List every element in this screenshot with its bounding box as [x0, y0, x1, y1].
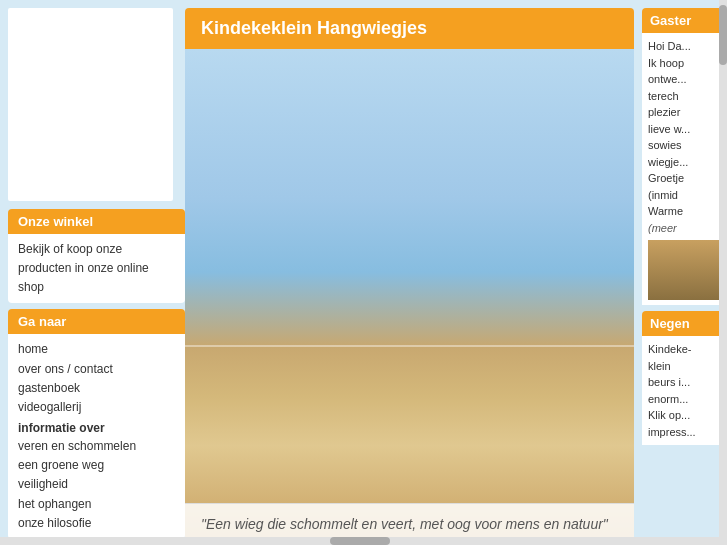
nieuws-text: Kindeke-kleinbeurs i...enorm...Klik op..… — [648, 343, 696, 438]
info-link-hilosofie[interactable]: onze hilosofie — [18, 514, 175, 533]
info-link-groene[interactable]: een groene weg — [18, 456, 175, 475]
guestbook-more-link[interactable]: (meer — [648, 222, 677, 234]
info-link-ophangen[interactable]: het ophangen — [18, 495, 175, 514]
nav-box-content: home over ons / contact gastenboek video… — [8, 334, 185, 539]
nav-link-over-ons[interactable]: over ons / contact — [18, 360, 175, 379]
nav-link-home[interactable]: home — [18, 340, 175, 359]
shop-link[interactable]: Bekijk of koop onze producten in onze on… — [18, 240, 175, 298]
nav-box-title: Ga naar — [8, 309, 185, 334]
page-wrapper: Onze winkel Bekijk of koop onze producte… — [0, 0, 727, 545]
horizontal-scrollbar[interactable] — [0, 537, 719, 545]
scrollbar-thumb-vertical[interactable] — [719, 5, 727, 65]
shop-box-title: Onze winkel — [8, 209, 185, 234]
info-section-title: informatie over — [18, 421, 175, 435]
guestbook-box: Gaster Hoi Da...Ik hoopontwe...terechple… — [642, 8, 727, 305]
guestbook-box-content: Hoi Da...Ik hoopontwe...terechplezierlie… — [642, 33, 727, 305]
beach-image — [185, 49, 634, 545]
scrollbar-thumb-horizontal[interactable] — [330, 537, 390, 545]
guestbook-text: Hoi Da...Ik hoopontwe...terechplezierlie… — [648, 40, 691, 168]
right-sidebar: Gaster Hoi Da...Ik hoopontwe...terechple… — [642, 0, 727, 545]
nieuws-box-content: Kindeke-kleinbeurs i...enorm...Klik op..… — [642, 336, 727, 445]
main-header: Kindekeklein Hangwiegjes — [185, 8, 634, 49]
vertical-scrollbar[interactable] — [719, 0, 727, 545]
guestbook-greeting: Groetje(inmidWarme — [648, 172, 684, 217]
left-sidebar: Onze winkel Bekijk of koop onze producte… — [0, 0, 185, 545]
main-content: Kindekeklein Hangwiegjes "Een wieg die s… — [185, 0, 642, 545]
nav-link-videogallerij[interactable]: videogallerij — [18, 398, 175, 417]
nieuws-box-title: Negen — [642, 311, 727, 336]
logo-area — [8, 8, 173, 201]
shop-box-content: Bekijk of koop onze producten in onze on… — [8, 234, 185, 304]
quote-text: "Een wieg die schommelt en veert, met oo… — [201, 514, 618, 535]
guestbook-box-title: Gaster — [642, 8, 727, 33]
guestbook-image — [648, 240, 721, 300]
nav-box: Ga naar home over ons / contact gastenbo… — [8, 309, 185, 539]
info-link-veiligheid[interactable]: veiligheid — [18, 475, 175, 494]
nieuws-box: Negen Kindeke-kleinbeurs i...enorm...Kli… — [642, 311, 727, 445]
main-image-area: "Een wieg die schommelt en veert, met oo… — [185, 49, 634, 545]
info-link-veren[interactable]: veren en schommelen — [18, 437, 175, 456]
nav-link-gastenboek[interactable]: gastenboek — [18, 379, 175, 398]
shop-box: Onze winkel Bekijk of koop onze producte… — [8, 209, 185, 304]
